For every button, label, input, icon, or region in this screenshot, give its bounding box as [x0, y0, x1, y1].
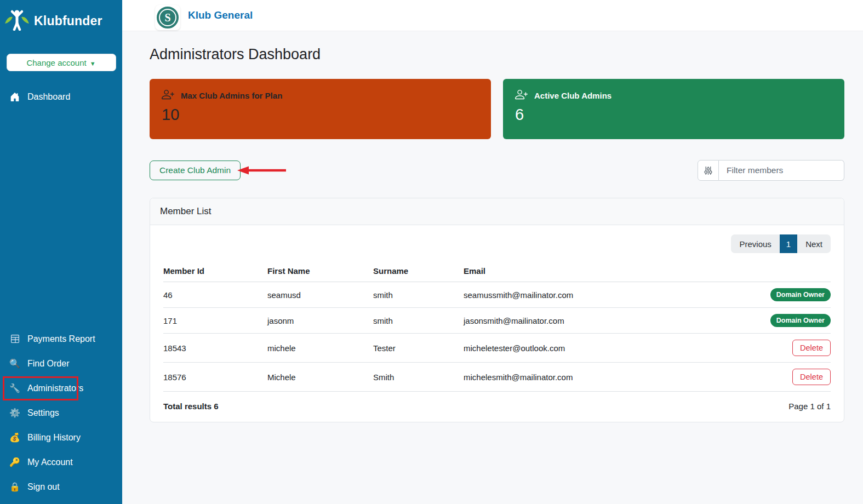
table-row: 18543 michele Tester micheletester@outlo…: [163, 334, 831, 363]
sidebar-item-label: Settings: [27, 408, 59, 418]
filter-sliders-icon: [698, 160, 719, 181]
club-header-link[interactable]: S Klub General: [155, 1, 253, 30]
sidebar: Klubfunder Change account▼ Dashboard Pay…: [0, 0, 122, 504]
cell-first-name: michele: [267, 334, 373, 363]
stat-card-max-admins: Max Club Admins for Plan 10: [150, 79, 491, 139]
cell-member-id: 171: [163, 308, 267, 334]
sidebar-item-billing-history[interactable]: 💰 Billing History: [0, 425, 122, 450]
cell-action: Domain Owner: [666, 308, 831, 334]
cell-action: Delete: [666, 334, 831, 363]
sidebar-item-label: Billing History: [27, 433, 81, 443]
cell-action: Domain Owner: [666, 282, 831, 308]
stat-label: Max Club Admins for Plan: [181, 91, 282, 100]
cell-first-name: Michele: [267, 363, 373, 392]
cell-email: seamussmith@mailinator.com: [464, 282, 666, 308]
delete-button[interactable]: Delete: [792, 369, 831, 385]
cell-email: jasonsmith@mailinator.com: [464, 308, 666, 334]
change-account-button[interactable]: Change account▼: [7, 54, 116, 71]
sidebar-item-payments-report[interactable]: Payments Report: [0, 327, 122, 351]
wrench-icon: 🔧: [9, 383, 20, 393]
cell-action: Delete: [666, 363, 831, 392]
chevron-down-icon: ▼: [90, 60, 96, 67]
sidebar-nav-top: Dashboard: [0, 84, 122, 109]
cell-surname: Tester: [373, 334, 464, 363]
column-header-surname: Surname: [373, 261, 464, 282]
stat-value: 10: [162, 106, 479, 124]
domain-owner-badge: Domain Owner: [770, 288, 831, 301]
stat-cards: Max Club Admins for Plan 10 Active Club …: [150, 79, 844, 139]
cell-member-id: 46: [163, 282, 267, 308]
table-row: 171 jasonm smith jasonsmith@mailinator.c…: [163, 308, 831, 334]
moneybag-icon: 💰: [9, 432, 20, 443]
member-list-card: Member List Previous 1 Next Member Id Fi…: [150, 198, 844, 422]
sidebar-item-label: My Account: [27, 457, 73, 467]
actions-row: Create Club Admin: [150, 160, 844, 181]
stat-value: 6: [515, 106, 832, 124]
person-plus-icon: [515, 88, 528, 102]
home-icon: [9, 92, 20, 102]
member-list-title: Member List: [150, 198, 844, 225]
pagination-page-1-button[interactable]: 1: [780, 234, 797, 253]
brand: Klubfunder: [0, 0, 122, 38]
red-arrow-annotation: [237, 165, 287, 175]
sidebar-item-label: Payments Report: [27, 334, 95, 344]
cell-email: micheletester@outlook.com: [464, 334, 666, 363]
gear-icon: ⚙️: [9, 408, 20, 418]
person-plus-icon: [162, 88, 174, 102]
club-name: Klub General: [188, 9, 253, 21]
domain-owner-badge: Domain Owner: [770, 314, 831, 327]
filter-members-group: [698, 160, 844, 181]
table-row: 18576 Michele Smith michelesmith@mailina…: [163, 363, 831, 392]
cell-member-id: 18543: [163, 334, 267, 363]
pagination-next-button[interactable]: Next: [797, 234, 831, 253]
cell-member-id: 18576: [163, 363, 267, 392]
sidebar-item-label: Administrators: [27, 383, 83, 393]
main-content: Administrators Dashboard Max Club Admins…: [122, 31, 863, 504]
cell-first-name: jasonm: [267, 308, 373, 334]
page-title: Administrators Dashboard: [150, 46, 844, 63]
cell-email: michelesmith@mailinator.com: [464, 363, 666, 392]
topbar: S Klub General: [122, 0, 863, 31]
sidebar-item-dashboard[interactable]: Dashboard: [0, 84, 122, 109]
column-header-email: Email: [464, 261, 666, 282]
search-icon: 🔍: [9, 358, 20, 369]
cell-surname: smith: [373, 282, 464, 308]
sidebar-item-label: Sign out: [27, 482, 60, 492]
table-row: 46 seamusd smith seamussmith@mailinator.…: [163, 282, 831, 308]
member-list-footer: Total results 6 Page 1 of 1: [163, 392, 831, 411]
sidebar-item-label: Dashboard: [27, 92, 70, 102]
club-logo-icon: S: [155, 5, 180, 30]
brand-name: Klubfunder: [34, 14, 102, 28]
stat-label: Active Club Admins: [534, 91, 611, 100]
klubfunder-logo-icon: [4, 9, 30, 33]
key-icon: 🔑: [9, 457, 20, 467]
cell-surname: smith: [373, 308, 464, 334]
member-table: Member Id First Name Surname Email 46 se…: [163, 261, 831, 392]
stat-card-active-admins: Active Club Admins 6: [503, 79, 844, 139]
table-icon: [9, 334, 20, 343]
lock-icon: 🔒: [9, 482, 20, 492]
column-header-first-name: First Name: [267, 261, 373, 282]
sidebar-item-my-account[interactable]: 🔑 My Account: [0, 450, 122, 474]
sidebar-item-settings[interactable]: ⚙️ Settings: [0, 400, 122, 425]
page-indicator: Page 1 of 1: [788, 402, 831, 411]
create-club-admin-button[interactable]: Create Club Admin: [150, 161, 241, 180]
column-header-member-id: Member Id: [163, 261, 267, 282]
sidebar-item-administrators[interactable]: 🔧 Administrators: [0, 376, 122, 400]
cell-surname: Smith: [373, 363, 464, 392]
sidebar-nav-bottom: Payments Report 🔍 Find Order 🔧 Administr…: [0, 327, 122, 499]
total-results: Total results 6: [163, 402, 219, 411]
sidebar-item-sign-out[interactable]: 🔒 Sign out: [0, 474, 122, 499]
sidebar-item-find-order[interactable]: 🔍 Find Order: [0, 351, 122, 376]
cell-first-name: seamusd: [267, 282, 373, 308]
delete-button[interactable]: Delete: [792, 340, 831, 356]
filter-members-input[interactable]: [719, 160, 844, 181]
pagination-previous-button[interactable]: Previous: [731, 234, 779, 253]
sidebar-item-label: Find Order: [27, 359, 69, 369]
pagination: Previous 1 Next: [163, 234, 831, 253]
